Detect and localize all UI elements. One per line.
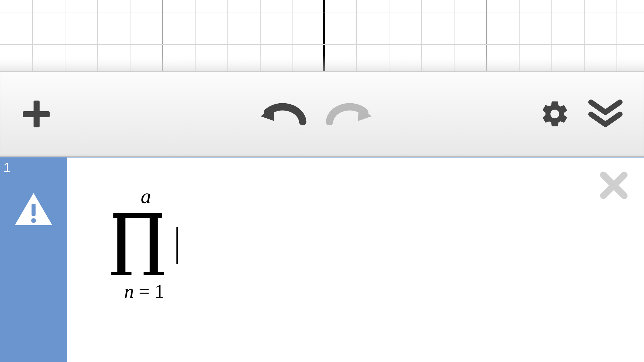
expression-row: 1 a	[0, 157, 644, 362]
row-index-label: 1	[3, 160, 67, 175]
product-upper-limit[interactable]: a	[114, 184, 178, 208]
svg-rect-25	[32, 204, 36, 216]
product-lower-limit[interactable]: n = 1	[111, 280, 178, 302]
expression-toolbar	[0, 71, 644, 157]
row-gutter[interactable]: 1	[0, 158, 67, 362]
svg-rect-24	[23, 111, 50, 117]
math-expression: a n = 1	[111, 184, 178, 302]
delete-expression-button[interactable]	[599, 170, 629, 202]
expression-input[interactable]: a n = 1	[67, 158, 644, 362]
svg-rect-33	[144, 272, 164, 275]
product-symbol-icon	[111, 210, 164, 277]
svg-rect-32	[111, 272, 131, 275]
text-cursor	[176, 227, 178, 264]
svg-rect-31	[150, 213, 158, 275]
settings-button[interactable]	[540, 99, 570, 129]
graph-canvas[interactable]	[0, 0, 644, 71]
svg-rect-30	[117, 213, 125, 275]
svg-point-26	[31, 218, 36, 223]
undo-button[interactable]	[258, 99, 308, 129]
svg-rect-22	[0, 55, 644, 71]
add-expression-button[interactable]	[20, 98, 52, 130]
warning-icon[interactable]	[13, 191, 54, 229]
collapse-button[interactable]	[587, 99, 624, 129]
redo-button[interactable]	[325, 99, 375, 129]
